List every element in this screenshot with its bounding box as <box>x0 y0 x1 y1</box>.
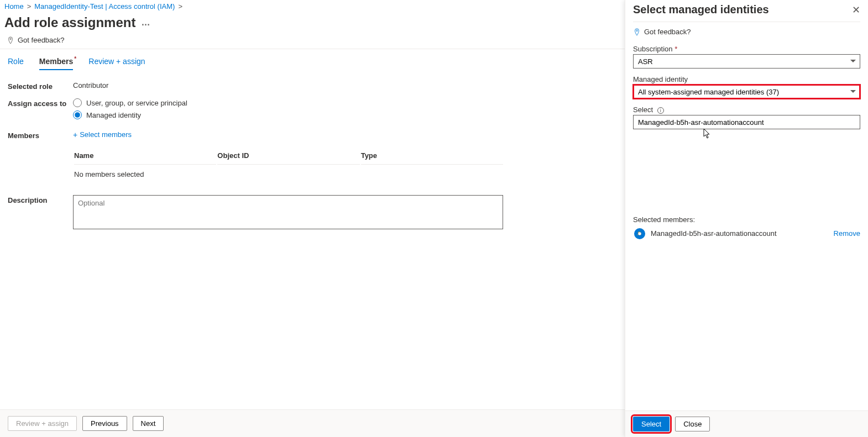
select-members-text: Select members <box>80 130 132 139</box>
feedback-link[interactable]: Got feedback? <box>7 36 65 44</box>
tab-review[interactable]: Review + assign <box>88 57 145 70</box>
svg-point-1 <box>636 30 638 31</box>
panel-select-button[interactable]: Select <box>633 417 670 431</box>
select-label: Select i <box>633 106 860 114</box>
plus-icon: + <box>73 131 77 139</box>
breadcrumb-sep: > <box>27 2 32 10</box>
remove-member-link[interactable]: Remove <box>834 229 860 238</box>
tab-members-label: Members <box>39 57 73 66</box>
radio-user-group[interactable] <box>73 98 82 107</box>
side-panel: Select managed identities ✕ Got feedback… <box>625 0 868 437</box>
more-actions[interactable]: … <box>141 18 150 28</box>
panel-feedback-link[interactable]: Got feedback? <box>625 22 868 36</box>
feedback-icon <box>633 28 641 36</box>
selected-member-item: ManagedId-b5h-asr-automationaccount Remo… <box>633 227 860 240</box>
main-form: Selected role Contributor Assign access … <box>0 70 608 250</box>
subscription-select[interactable]: ASR <box>633 54 860 69</box>
panel-footer: Select Close <box>625 410 868 437</box>
members-table: Name Object ID Type No members selected <box>73 146 504 184</box>
radio-mi-label: Managed identity <box>86 111 141 119</box>
selected-member-name: ManagedId-b5h-asr-automationaccount <box>651 229 777 238</box>
tab-members[interactable]: Members * <box>39 57 73 70</box>
select-members-link[interactable]: + Select members <box>73 130 132 139</box>
table-row: No members selected <box>74 166 503 183</box>
previous-button[interactable]: Previous <box>82 416 127 431</box>
breadcrumb-home[interactable]: Home <box>4 2 24 10</box>
footer-bar: Review + assign Previous Next <box>0 409 625 437</box>
svg-point-0 <box>10 38 12 40</box>
radio-user-label: User, group, or service principal <box>86 99 187 107</box>
selected-role-label: Selected role <box>8 81 73 91</box>
panel-feedback-label: Got feedback? <box>644 28 691 36</box>
col-type: Type <box>361 147 503 165</box>
subscription-label: Subscription * <box>633 45 860 53</box>
description-textarea[interactable] <box>73 195 503 229</box>
members-label: Members <box>8 130 73 140</box>
review-assign-button[interactable]: Review + assign <box>8 416 77 431</box>
next-button[interactable]: Next <box>133 416 164 431</box>
col-object-id: Object ID <box>217 147 359 165</box>
selected-role-value: Contributor <box>73 81 504 89</box>
breadcrumb-sep: > <box>178 2 182 10</box>
description-label: Description <box>8 195 73 204</box>
svg-point-3 <box>638 232 641 235</box>
automation-account-icon <box>633 227 646 240</box>
feedback-icon <box>7 36 14 44</box>
managed-identity-label: Managed identity <box>633 75 860 83</box>
panel-close-button[interactable]: ✕ <box>852 4 860 16</box>
info-icon[interactable]: i <box>657 107 664 114</box>
required-indicator: * <box>74 56 76 62</box>
assign-access-label: Assign access to <box>8 98 73 108</box>
page-title: Add role assignment <box>4 15 135 30</box>
selected-members-section: Selected members: ManagedId-b5h-asr-auto… <box>625 209 868 247</box>
radio-managed-identity[interactable] <box>73 110 82 119</box>
feedback-label: Got feedback? <box>18 36 65 44</box>
select-search-input[interactable] <box>633 115 860 129</box>
close-icon: ✕ <box>852 4 860 15</box>
selected-members-title: Selected members: <box>633 215 860 224</box>
col-name: Name <box>74 147 216 165</box>
managed-identity-select[interactable]: All system-assigned managed identities (… <box>633 85 860 99</box>
breadcrumb-item[interactable]: ManagedIdentity-Test | Access control (I… <box>34 2 175 10</box>
no-members-cell: No members selected <box>74 166 503 183</box>
panel-close-footer-button[interactable]: Close <box>675 417 710 431</box>
panel-title: Select managed identities <box>633 3 769 16</box>
tab-role[interactable]: Role <box>8 57 24 70</box>
